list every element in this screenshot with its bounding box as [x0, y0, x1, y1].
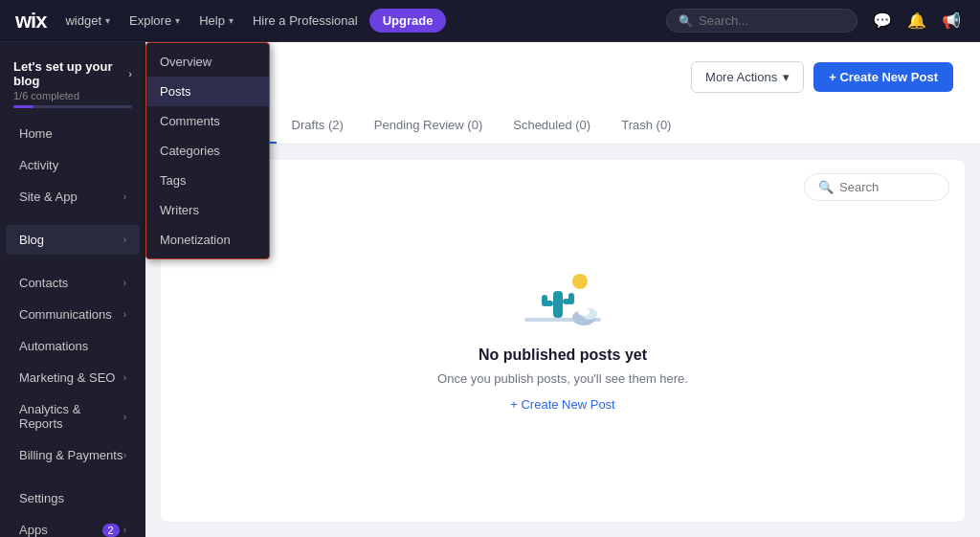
more-actions-chevron-icon: ▾: [783, 70, 790, 84]
create-post-button[interactable]: + Create New Post: [813, 62, 953, 92]
apps-chevron-icon: ›: [123, 525, 126, 535]
apps-badge: 2: [102, 524, 120, 537]
billing-payments-label: Billing & Payments: [19, 448, 122, 462]
svg-point-9: [578, 308, 590, 316]
explore-chevron-icon: ▾: [175, 15, 180, 26]
search-input[interactable]: [699, 13, 845, 28]
submenu-comments[interactable]: Comments: [146, 106, 269, 136]
sidebar-item-communications[interactable]: Communications ›: [6, 300, 140, 329]
sidebar-item-activity[interactable]: Activity: [6, 150, 140, 180]
activity-label: Activity: [19, 158, 58, 172]
blog-label: Blog: [19, 233, 44, 247]
content-area: Posts More Actions ▾ + Create New Post P…: [145, 42, 980, 537]
submenu-posts[interactable]: Posts: [146, 77, 269, 106]
sidebar-item-analytics-reports[interactable]: Analytics & Reports ›: [6, 394, 140, 438]
more-actions-button[interactable]: More Actions ▾: [691, 61, 804, 93]
contacts-label: Contacts: [19, 276, 68, 290]
submenu-monetization[interactable]: Monetization: [146, 225, 269, 255]
empty-title: No published posts yet: [479, 347, 647, 364]
tab-scheduled[interactable]: Scheduled (0): [498, 108, 606, 144]
blog-submenu: Overview Posts Comments Categories Tags …: [145, 42, 270, 259]
sidebar-item-contacts[interactable]: Contacts ›: [6, 268, 140, 298]
sidebar-item-blog[interactable]: Blog ›: [6, 225, 140, 255]
sidebar-item-apps[interactable]: Apps 2 ›: [6, 515, 140, 537]
posts-body: 🔍: [161, 160, 965, 522]
svg-rect-6: [568, 293, 574, 304]
posts-header: Posts More Actions ▾ + Create New Post P…: [145, 42, 980, 145]
communications-chevron-icon: ›: [123, 309, 126, 320]
setup-text: Let's set up your blog: [13, 59, 128, 88]
tab-pending-review[interactable]: Pending Review (0): [359, 108, 498, 144]
widget-label: widget: [65, 13, 101, 28]
sidebar-item-site-app[interactable]: Site & App ›: [6, 182, 140, 212]
setup-chevron-icon: ›: [128, 68, 132, 79]
empty-state: No published posts yet Once you publish …: [418, 251, 707, 431]
sidebar-item-automations[interactable]: Automations: [6, 331, 140, 361]
setup-progress-fill: [13, 105, 33, 108]
header-actions: More Actions ▾ + Create New Post: [691, 61, 953, 93]
submenu-overview[interactable]: Overview: [146, 47, 269, 77]
analytics-reports-chevron-icon: ›: [123, 412, 126, 422]
blog-chevron-icon: ›: [123, 235, 126, 245]
submenu-writers[interactable]: Writers: [146, 195, 269, 225]
setup-progress-bar: [13, 105, 132, 108]
marketing-seo-label: Marketing & SEO: [19, 370, 115, 385]
automations-label: Automations: [19, 339, 88, 353]
empty-illustration: [524, 270, 601, 331]
help-label: Help: [199, 13, 225, 28]
sidebar-item-billing-payments[interactable]: Billing & Payments ›: [6, 440, 140, 470]
sidebar-item-home[interactable]: Home: [6, 119, 140, 148]
sidebar-setup: Let's set up your blog › 1/6 completed: [0, 54, 145, 118]
communications-label: Communications: [19, 307, 112, 322]
posts-search-input[interactable]: [839, 180, 935, 194]
posts-search-icon: 🔍: [818, 180, 834, 194]
wix-logo: wix: [15, 9, 46, 34]
upgrade-button[interactable]: Upgrade: [369, 9, 447, 33]
top-nav: wix widget ▾ Explore ▾ Help ▾ Hire a Pro…: [0, 0, 980, 42]
widget-chevron-icon: ▾: [105, 15, 110, 26]
sidebar: Let's set up your blog › 1/6 completed H…: [0, 42, 145, 537]
nav-icon-group: 💬 🔔 📢: [869, 8, 965, 34]
site-app-label: Site & App: [19, 190, 78, 204]
svg-rect-4: [542, 295, 547, 306]
empty-subtitle: Once you publish posts, you'll see them …: [437, 371, 688, 386]
svg-rect-2: [553, 291, 563, 318]
tab-drafts[interactable]: Drafts (2): [277, 108, 359, 144]
setup-label[interactable]: Let's set up your blog ›: [13, 59, 132, 88]
explore-label: Explore: [129, 13, 171, 28]
main-layout: Let's set up your blog › 1/6 completed H…: [0, 42, 980, 537]
help-nav-item[interactable]: Help ▾: [191, 10, 241, 32]
chat-icon[interactable]: 💬: [869, 8, 896, 34]
volume-icon[interactable]: 📢: [938, 8, 965, 34]
empty-create-label: + Create New Post: [510, 397, 614, 412]
tab-trash[interactable]: Trash (0): [606, 108, 686, 144]
search-icon: 🔍: [679, 14, 693, 28]
marketing-seo-chevron-icon: ›: [123, 372, 126, 383]
setup-progress: 1/6 completed: [13, 90, 132, 101]
posts-title-row: Posts More Actions ▾ + Create New Post: [172, 61, 953, 93]
bell-icon[interactable]: 🔔: [903, 8, 930, 34]
hire-link[interactable]: Hire a Professional: [245, 10, 366, 32]
sidebar-item-marketing-seo[interactable]: Marketing & SEO ›: [6, 363, 140, 392]
submenu-tags[interactable]: Tags: [146, 166, 269, 195]
site-app-chevron-icon: ›: [123, 191, 126, 202]
posts-tabs: Published (0) Drafts (2) Pending Review …: [172, 108, 953, 144]
sidebar-item-settings[interactable]: Settings: [6, 483, 140, 513]
global-search[interactable]: 🔍: [666, 9, 858, 33]
home-label: Home: [19, 126, 53, 141]
analytics-reports-label: Analytics & Reports: [19, 402, 123, 431]
empty-create-link[interactable]: + Create New Post: [510, 397, 614, 412]
apps-label: Apps: [19, 523, 48, 537]
svg-point-0: [572, 274, 588, 289]
more-actions-label: More Actions: [705, 70, 777, 84]
widget-nav-item[interactable]: widget ▾: [57, 10, 118, 32]
submenu-categories[interactable]: Categories: [146, 136, 269, 166]
help-chevron-icon: ▾: [229, 15, 234, 26]
billing-payments-chevron-icon: ›: [123, 450, 126, 460]
contacts-chevron-icon: ›: [123, 278, 126, 288]
posts-search-bar[interactable]: 🔍: [804, 173, 949, 201]
settings-label: Settings: [19, 491, 64, 505]
explore-nav-item[interactable]: Explore ▾: [122, 10, 188, 32]
